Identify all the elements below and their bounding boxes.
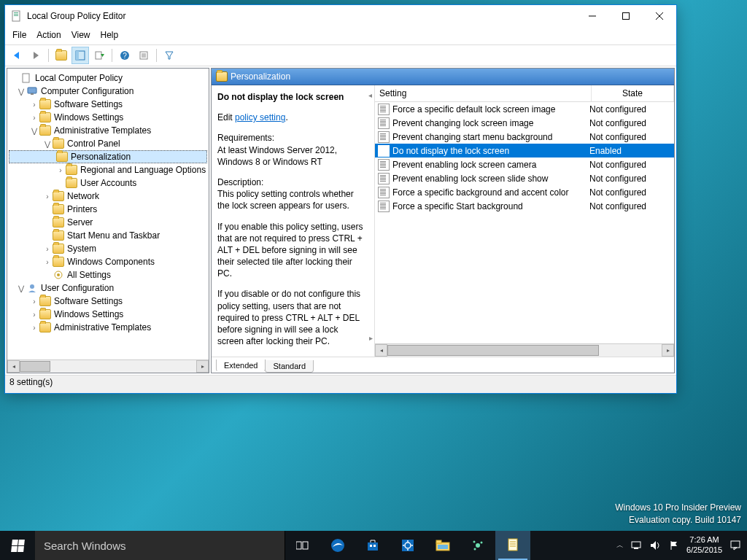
svg-rect-12 — [96, 52, 101, 59]
tree-item[interactable]: ›Regional and Language Options — [9, 163, 207, 176]
policy-icon — [378, 159, 390, 171]
taskbar-app[interactable] — [460, 531, 495, 560]
tree-item[interactable]: ›Software Settings — [9, 98, 207, 111]
tree-item[interactable]: ›Network — [9, 190, 207, 203]
svg-rect-21 — [23, 74, 29, 82]
tray-chevron-icon[interactable]: ︿ — [616, 540, 624, 551]
properties-button[interactable] — [135, 47, 152, 64]
setting-row[interactable]: Prevent enabling lock screen cameraNot c… — [375, 158, 674, 171]
scroll-right-button[interactable]: ▸ — [662, 344, 674, 357]
svg-rect-31 — [370, 545, 372, 547]
tab-standard[interactable]: Standard — [265, 360, 314, 373]
policy-icon — [378, 187, 390, 198]
svg-point-45 — [474, 548, 476, 551]
svg-marker-9 — [34, 52, 39, 59]
scroll-right-button[interactable]: ▸ — [196, 360, 209, 373]
svg-point-29 — [331, 539, 344, 552]
tree-root[interactable]: Local Computer Policy — [9, 71, 207, 85]
svg-marker-20 — [166, 52, 173, 59]
export-button[interactable] — [90, 47, 108, 64]
tree-item[interactable]: ›Administrative Templates — [9, 321, 207, 334]
svg-rect-27 — [296, 542, 301, 549]
menu-action[interactable]: Action — [36, 30, 61, 40]
setting-row[interactable]: Prevent enabling lock screen slide showN… — [375, 171, 674, 185]
tray-flag-icon[interactable] — [669, 540, 679, 551]
help-button[interactable]: ? — [116, 47, 133, 64]
tray-notifications-icon[interactable] — [729, 540, 741, 551]
svg-point-43 — [473, 541, 476, 543]
forward-button[interactable] — [27, 47, 44, 64]
setting-row[interactable]: Prevent changing start menu backgroundNo… — [375, 130, 674, 144]
policy-icon — [378, 145, 390, 157]
tree-item[interactable]: ›Windows Components — [9, 255, 207, 268]
tree-item[interactable]: Start Menu and Taskbar — [9, 229, 207, 242]
app-icon — [11, 10, 23, 22]
tree-item[interactable]: ›System — [9, 242, 207, 255]
tree-computer-config[interactable]: ⋁Computer Configuration — [9, 85, 207, 98]
menu-view[interactable]: View — [71, 30, 90, 40]
col-state[interactable]: State — [592, 85, 674, 101]
edit-policy-link[interactable]: policy setting — [235, 112, 285, 122]
search-box[interactable]: Search Windows — [35, 531, 285, 560]
watermark: Windows 10 Pro Insider Preview Evaluatio… — [615, 502, 741, 526]
menu-file[interactable]: File — [12, 30, 26, 40]
setting-row[interactable]: Do not display the lock screenEnabled — [375, 144, 674, 158]
minimize-button[interactable] — [576, 5, 609, 27]
close-button[interactable] — [643, 5, 676, 27]
taskbar-settings[interactable] — [390, 531, 425, 560]
tree-user-config[interactable]: ⋁User Configuration — [9, 281, 207, 295]
tree-item[interactable]: ›Software Settings — [9, 295, 207, 308]
scroll-left-button[interactable]: ◂ — [7, 360, 20, 373]
tree-item[interactable]: Printers — [9, 203, 207, 216]
svg-rect-3 — [14, 15, 18, 16]
svg-rect-50 — [632, 542, 640, 548]
scroll-left-button[interactable]: ◂ — [375, 344, 387, 357]
tray-volume-icon[interactable] — [650, 540, 662, 551]
setting-row[interactable]: Force a specific background and accent c… — [375, 185, 674, 199]
policy-icon — [378, 201, 390, 212]
list-hscroll[interactable]: ◂ ▸ — [375, 343, 674, 357]
tab-extended[interactable]: Extended — [216, 359, 266, 372]
description-pane: Do not display the lock screen Edit poli… — [212, 85, 371, 357]
setting-row[interactable]: Force a specific Start backgroundNot con… — [375, 199, 674, 213]
tree-hscroll[interactable]: ◂ ▸ — [7, 359, 209, 373]
gpedit-window: Local Group Policy Editor File Action Vi… — [4, 4, 677, 394]
back-button[interactable] — [8, 47, 26, 64]
svg-rect-51 — [634, 548, 638, 549]
user-icon — [26, 282, 38, 294]
splitter[interactable] — [371, 85, 374, 357]
search-placeholder: Search Windows — [44, 540, 126, 552]
taskbar-explorer[interactable] — [425, 531, 460, 560]
scroll-thumb[interactable] — [387, 345, 599, 356]
tree-item[interactable]: Server — [9, 216, 207, 229]
tray-clock[interactable]: 7:26 AM 6/25/2015 — [686, 535, 722, 556]
tree-personalization[interactable]: Personalization — [9, 150, 207, 163]
show-hide-tree-button[interactable] — [71, 47, 89, 64]
task-view-button[interactable] — [285, 531, 320, 560]
start-button[interactable] — [0, 531, 35, 560]
policy-icon — [378, 104, 390, 115]
taskbar-edge[interactable] — [320, 531, 355, 560]
svg-marker-55 — [734, 548, 737, 550]
setting-row[interactable]: Prevent changing lock screen imageNot co… — [375, 116, 674, 130]
tree-item[interactable]: User Accounts — [9, 176, 207, 190]
tree-item[interactable]: ›Windows Settings — [9, 308, 207, 321]
tree-admin-templates[interactable]: ⋁Administrative Templates — [9, 124, 207, 137]
tray-network-icon[interactable] — [631, 540, 643, 551]
taskbar-store[interactable] — [355, 531, 390, 560]
maximize-button[interactable] — [609, 5, 643, 27]
col-setting[interactable]: Setting — [375, 85, 592, 101]
setting-row[interactable]: Force a specific default lock screen ima… — [375, 102, 674, 116]
scroll-thumb[interactable] — [20, 361, 50, 372]
policy-icon — [378, 131, 390, 143]
tree-item[interactable]: All Settings — [9, 268, 207, 281]
tree-item[interactable]: ›Windows Settings — [9, 111, 207, 124]
up-button[interactable] — [53, 47, 70, 64]
toolbar: ? — [5, 44, 676, 66]
filter-button[interactable] — [160, 47, 178, 64]
taskbar-gpedit[interactable] — [495, 531, 530, 560]
tree-control-panel[interactable]: ⋁Control Panel — [9, 137, 207, 150]
policy-tree[interactable]: Local Computer Policy ⋁Computer Configur… — [7, 69, 209, 359]
titlebar[interactable]: Local Group Policy Editor — [5, 5, 676, 27]
menu-help[interactable]: Help — [101, 30, 119, 40]
